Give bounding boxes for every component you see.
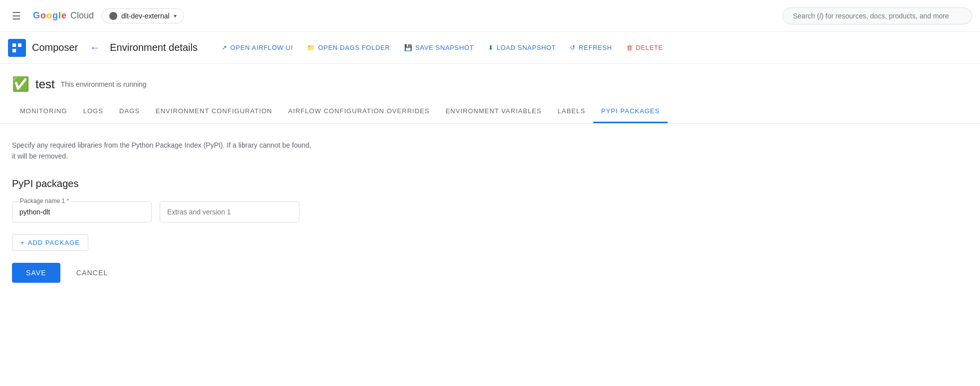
- save-snapshot-label: SAVE SNAPSHOT: [415, 44, 474, 51]
- action-buttons: SAVE CANCEL: [12, 263, 968, 283]
- svg-rect-2: [12, 49, 16, 52]
- composer-logo-icon: [8, 39, 26, 57]
- project-name: dlt-dev-external: [121, 12, 170, 20]
- save-button[interactable]: SAVE: [12, 263, 60, 283]
- tab-env-vars[interactable]: ENVIRONMENT VARIABLES: [438, 100, 550, 123]
- refresh-label: REFRESH: [579, 44, 612, 51]
- package-row: Package name 1 *: [12, 201, 968, 222]
- required-marker: *: [66, 197, 69, 204]
- open-dags-folder-button[interactable]: 📁 OPEN DAGS FOLDER: [301, 40, 396, 55]
- search-input[interactable]: [782, 7, 972, 24]
- env-name: test: [35, 77, 55, 91]
- status-check-icon: ✅: [12, 76, 29, 92]
- plus-icon: +: [20, 239, 25, 246]
- page-title: Environment details: [110, 42, 198, 53]
- delete-button[interactable]: 🗑 DELETE: [620, 40, 669, 55]
- save-icon: 💾: [404, 44, 413, 51]
- package-name-input[interactable]: [12, 201, 152, 222]
- trash-icon: 🗑: [626, 44, 633, 51]
- open-dags-folder-label: OPEN DAGS FOLDER: [318, 44, 390, 51]
- chevron-down-icon: ▾: [174, 12, 177, 19]
- google-cloud-logo: Google Cloud: [33, 10, 94, 21]
- tab-dags[interactable]: DAGS: [111, 100, 148, 123]
- cancel-button[interactable]: CANCEL: [68, 263, 116, 283]
- load-snapshot-label: LOAD SNAPSHOT: [496, 44, 556, 51]
- add-package-button[interactable]: + ADD PACKAGE: [12, 234, 88, 251]
- description-text: Specify any required libraries from the …: [12, 140, 311, 162]
- extras-version-input[interactable]: [160, 201, 299, 222]
- main-content: Specify any required libraries from the …: [0, 124, 980, 299]
- load-snapshot-button[interactable]: ⬇ LOAD SNAPSHOT: [482, 40, 562, 55]
- project-dot-icon: [109, 12, 117, 20]
- extras-version-field: [160, 201, 299, 222]
- tab-env-config[interactable]: ENVIRONMENT CONFIGURATION: [148, 100, 280, 123]
- refresh-button[interactable]: ↺ REFRESH: [564, 40, 618, 55]
- save-snapshot-button[interactable]: 💾 SAVE SNAPSHOT: [398, 40, 480, 55]
- delete-label: DELETE: [636, 44, 663, 51]
- tab-logs[interactable]: LOGS: [75, 100, 111, 123]
- download-icon: ⬇: [488, 44, 494, 51]
- env-running-text: This environment is running: [61, 80, 147, 88]
- tab-labels[interactable]: LABELS: [549, 100, 593, 123]
- tab-airflow-overrides[interactable]: AIRFLOW CONFIGURATION OVERRIDES: [280, 100, 438, 123]
- open-airflow-ui-button[interactable]: ↗ OPEN AIRFLOW UI: [216, 40, 299, 55]
- add-package-label: ADD PACKAGE: [28, 239, 80, 246]
- external-link-icon: ↗: [222, 44, 228, 51]
- top-nav: ☰ Google Cloud dlt-dev-external ▾: [0, 0, 980, 32]
- product-header: Composer ← Environment details ↗ OPEN AI…: [0, 32, 980, 64]
- tabs-bar: MONITORING LOGS DAGS ENVIRONMENT CONFIGU…: [0, 100, 980, 124]
- project-selector[interactable]: dlt-dev-external ▾: [102, 8, 184, 23]
- back-button[interactable]: ←: [86, 40, 104, 55]
- svg-rect-1: [18, 43, 21, 47]
- refresh-icon: ↺: [570, 44, 576, 51]
- svg-rect-0: [12, 43, 16, 47]
- tab-monitoring[interactable]: MONITORING: [12, 100, 75, 123]
- product-name: Composer: [32, 42, 78, 53]
- section-title: PyPI packages: [12, 178, 968, 190]
- open-airflow-ui-label: OPEN AIRFLOW UI: [231, 44, 293, 51]
- package-name-label: Package name 1 *: [18, 197, 71, 204]
- folder-icon: 📁: [307, 44, 315, 51]
- env-status-bar: ✅ test This environment is running: [0, 64, 980, 100]
- tab-pypi[interactable]: PYPI PACKAGES: [593, 100, 668, 123]
- header-actions: ↗ OPEN AIRFLOW UI 📁 OPEN DAGS FOLDER 💾 S…: [216, 40, 669, 55]
- package-name-field: Package name 1 *: [12, 201, 152, 222]
- hamburger-menu-icon[interactable]: ☰: [8, 6, 25, 26]
